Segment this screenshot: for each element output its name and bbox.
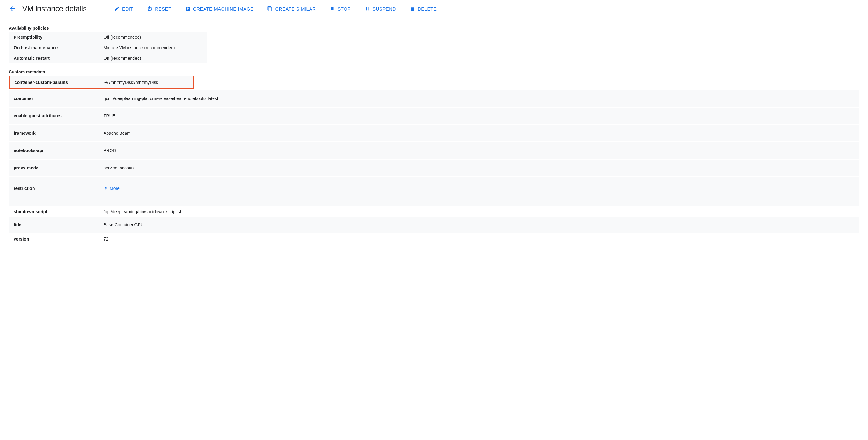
availability-policies-title: Availability policies: [9, 26, 859, 31]
stop-icon: [330, 6, 335, 11]
expand-icon: [103, 186, 108, 191]
metadata-value: PROD: [103, 148, 116, 153]
create-machine-image-label: CREATE MACHINE IMAGE: [193, 6, 254, 11]
metadata-key: container-custom-params: [14, 80, 104, 85]
policy-row-preemptibility: Preemptibility Off (recommended): [9, 32, 207, 42]
copy-doc-icon: [267, 6, 273, 11]
policy-row-on-host-maintenance: On host maintenance Migrate VM instance …: [9, 42, 207, 53]
metadata-key: version: [13, 237, 103, 241]
policy-row-automatic-restart: Automatic restart On (recommended): [9, 53, 207, 63]
header-bar: VM instance details EDIT RESET CREATE MA…: [0, 0, 868, 19]
stop-button[interactable]: STOP: [328, 4, 352, 13]
add-box-icon: [185, 6, 191, 11]
policy-value: Migrate VM instance (recommended): [103, 45, 175, 50]
svg-rect-0: [331, 7, 334, 10]
metadata-row-shutdown-script: shutdown-script /opt/deeplearning/bin/sh…: [9, 207, 859, 217]
metadata-value: Apache Beam: [103, 131, 131, 136]
metadata-row-container: container gcr.io/deeplearning-platform-r…: [9, 91, 859, 106]
suspend-label: SUSPEND: [372, 6, 396, 11]
reset-icon: [147, 6, 152, 11]
metadata-row-enable-guest-attributes: enable-guest-attributes TRUE: [9, 108, 859, 124]
back-button[interactable]: [6, 2, 19, 15]
more-label: More: [110, 186, 120, 191]
metadata-row-notebooks-api: notebooks-api PROD: [9, 142, 859, 159]
metadata-key: title: [13, 222, 103, 227]
metadata-row-proxy-mode: proxy-mode service_account: [9, 160, 859, 176]
metadata-key: notebooks-api: [13, 148, 103, 153]
custom-metadata-title: Custom metadata: [9, 69, 859, 74]
metadata-key: enable-guest-attributes: [13, 113, 103, 118]
stop-label: STOP: [338, 6, 351, 11]
page-title: VM instance details: [22, 4, 87, 13]
pencil-icon: [114, 6, 120, 11]
metadata-row-restriction: restriction More: [9, 177, 859, 206]
suspend-button[interactable]: SUSPEND: [363, 4, 397, 13]
policy-value: Off (recommended): [103, 35, 141, 40]
svg-rect-2: [368, 7, 368, 10]
policy-key: On host maintenance: [13, 45, 103, 50]
pause-icon: [365, 6, 370, 11]
metadata-value: gcr.io/deeplearning-platform-release/bea…: [103, 96, 218, 101]
policy-key: Preemptibility: [13, 35, 103, 40]
reset-button[interactable]: RESET: [146, 4, 173, 13]
metadata-value: /opt/deeplearning/bin/shutdown_script.sh: [103, 209, 183, 214]
metadata-value: service_account: [103, 165, 135, 170]
delete-button[interactable]: DELETE: [408, 4, 438, 13]
content-area: Availability policies Preemptibility Off…: [0, 19, 868, 250]
reset-label: RESET: [155, 6, 172, 11]
metadata-key: restriction: [13, 186, 103, 191]
arrow-left-icon: [9, 5, 16, 12]
toolbar: EDIT RESET CREATE MACHINE IMAGE CREATE S…: [113, 4, 862, 13]
metadata-row-version: version 72: [9, 234, 859, 244]
policy-key: Automatic restart: [13, 56, 103, 61]
edit-label: EDIT: [122, 6, 133, 11]
metadata-value: -v /mnt/myDisk:/mnt/myDisk: [104, 80, 158, 85]
metadata-key: framework: [13, 131, 103, 136]
metadata-key: container: [13, 96, 103, 101]
metadata-row-framework: framework Apache Beam: [9, 125, 859, 141]
metadata-row-container-custom-params-highlight: container-custom-params -v /mnt/myDisk:/…: [9, 75, 194, 89]
metadata-row-title: title Base.Container.GPU: [9, 217, 859, 233]
metadata-value: Base.Container.GPU: [103, 222, 144, 227]
create-machine-image-button[interactable]: CREATE MACHINE IMAGE: [184, 4, 255, 13]
metadata-value: TRUE: [103, 113, 115, 118]
trash-icon: [410, 6, 415, 11]
delete-label: DELETE: [418, 6, 437, 11]
create-similar-label: CREATE SIMILAR: [275, 6, 316, 11]
policy-value: On (recommended): [103, 56, 141, 61]
metadata-value: 72: [103, 237, 108, 241]
metadata-key: proxy-mode: [13, 165, 103, 170]
edit-button[interactable]: EDIT: [113, 4, 134, 13]
metadata-key: shutdown-script: [13, 209, 103, 214]
create-similar-button[interactable]: CREATE SIMILAR: [266, 4, 317, 13]
svg-rect-1: [366, 7, 367, 10]
more-link[interactable]: More: [103, 186, 120, 191]
